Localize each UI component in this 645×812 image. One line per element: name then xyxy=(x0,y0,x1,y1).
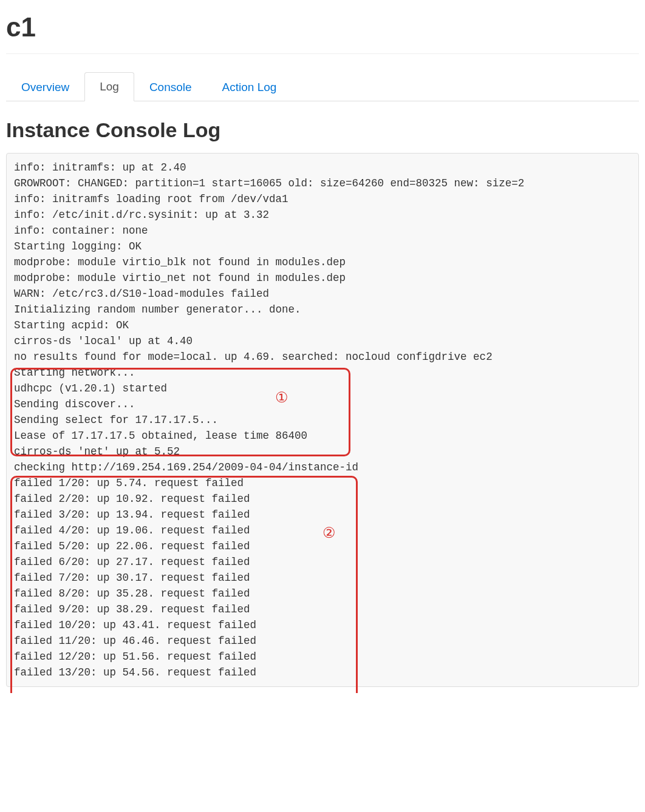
section-title: Instance Console Log xyxy=(6,118,639,142)
tab-action-log[interactable]: Action Log xyxy=(207,73,292,101)
page-title: c1 xyxy=(6,6,639,54)
log-container: info: initramfs: up at 2.40 GROWROOT: CH… xyxy=(6,153,639,687)
tab-log[interactable]: Log xyxy=(84,72,134,101)
tab-overview[interactable]: Overview xyxy=(6,73,84,101)
log-content: info: initramfs: up at 2.40 GROWROOT: CH… xyxy=(14,160,631,680)
tab-console[interactable]: Console xyxy=(134,73,207,101)
tabs-bar: Overview Log Console Action Log xyxy=(6,72,639,101)
